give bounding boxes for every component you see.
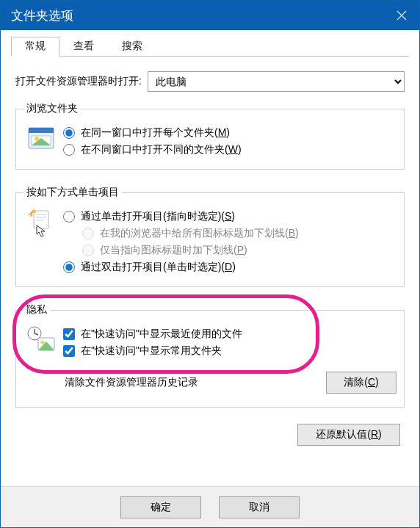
tab-search[interactable]: 搜索 [108,37,156,57]
privacy-icon [25,325,57,355]
click-items-legend: 按如下方式单击项目 [23,186,122,199]
open-explorer-select[interactable]: 此电脑 [148,71,405,92]
svg-rect-3 [29,128,54,133]
dialog-footer: 确定 取消 [1,486,419,527]
radio-underline-all [82,228,94,239]
click-icon [25,208,57,237]
cancel-button[interactable]: 取消 [219,496,300,518]
click-items-group: 按如下方式单击项目 [15,186,405,287]
check-show-frequent-label: 在"快速访问"中显示常用文件夹 [81,344,222,358]
radio-double-click[interactable] [63,261,75,273]
ok-button[interactable]: 确定 [120,496,201,518]
restore-defaults-button[interactable]: 还原默认值(R) [297,424,400,446]
close-icon [397,10,407,21]
titlebar: 文件夹选项 [1,1,419,30]
svg-rect-7 [34,211,48,228]
close-button[interactable] [384,1,419,30]
open-explorer-label: 打开文件资源管理器时打开: [15,75,142,88]
radio-double-click-label: 通过双击打开项目(单击时选定)(D) [81,261,236,274]
clear-history-label: 清除文件资源管理器历史记录 [65,376,198,389]
svg-point-16 [40,340,44,344]
check-show-recent-label: 在"快速访问"中显示最近使用的文件 [81,328,242,341]
radio-same-window[interactable] [63,127,75,139]
radio-underline-hover [82,245,94,256]
window-title: 文件夹选项 [11,7,384,24]
privacy-legend: 隐私 [23,303,50,317]
tab-view[interactable]: 查看 [59,37,108,57]
radio-diff-window[interactable] [63,144,75,156]
tabstrip: 常规 查看 搜索 [11,36,409,57]
svg-point-6 [35,137,39,141]
radio-single-click[interactable] [63,211,75,223]
privacy-group: 隐私 [15,303,405,408]
browse-folders-group: 浏览文件夹 [15,102,405,170]
radio-single-click-label: 通过单击打开项目(指向时选定)(S) [81,210,235,223]
browse-folders-legend: 浏览文件夹 [23,102,81,115]
radio-underline-hover-label: 仅当指向图标标题时加下划线(P) [100,244,247,257]
check-show-frequent[interactable] [63,345,75,357]
check-show-recent[interactable] [63,328,75,340]
radio-underline-all-label: 在我的浏览器中给所有图标标题加下划线(B) [100,227,299,240]
radio-same-window-label: 在同一窗口中打开每个文件夹(M) [81,126,230,140]
radio-diff-window-label: 在不同窗口中打开不同的文件夹(W) [81,143,242,156]
tab-general[interactable]: 常规 [11,37,59,57]
clear-button[interactable]: 清除(C) [326,372,397,394]
browse-icon [25,124,57,153]
